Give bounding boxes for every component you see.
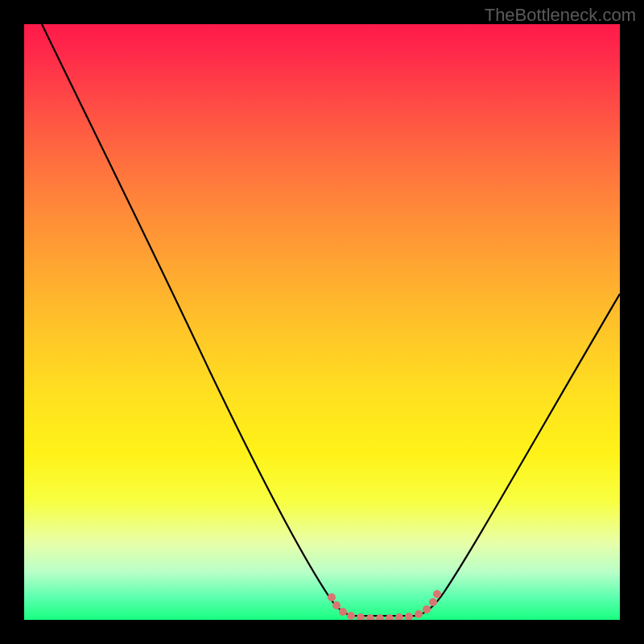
- svg-point-12: [429, 598, 437, 606]
- svg-point-0: [328, 593, 336, 601]
- svg-point-8: [395, 613, 403, 620]
- svg-point-7: [386, 614, 394, 620]
- svg-point-1: [332, 601, 341, 609]
- svg-point-6: [376, 614, 384, 620]
- svg-point-10: [415, 610, 423, 618]
- svg-point-13: [433, 590, 441, 598]
- svg-point-11: [423, 605, 431, 613]
- watermark-text: TheBottleneck.com: [485, 5, 636, 26]
- svg-point-5: [366, 614, 374, 620]
- optimal-range-marker: [24, 24, 620, 620]
- svg-point-9: [405, 613, 413, 620]
- svg-point-2: [339, 608, 347, 616]
- svg-point-3: [347, 612, 355, 620]
- svg-point-4: [357, 613, 365, 620]
- chart-plot-area: [24, 24, 620, 620]
